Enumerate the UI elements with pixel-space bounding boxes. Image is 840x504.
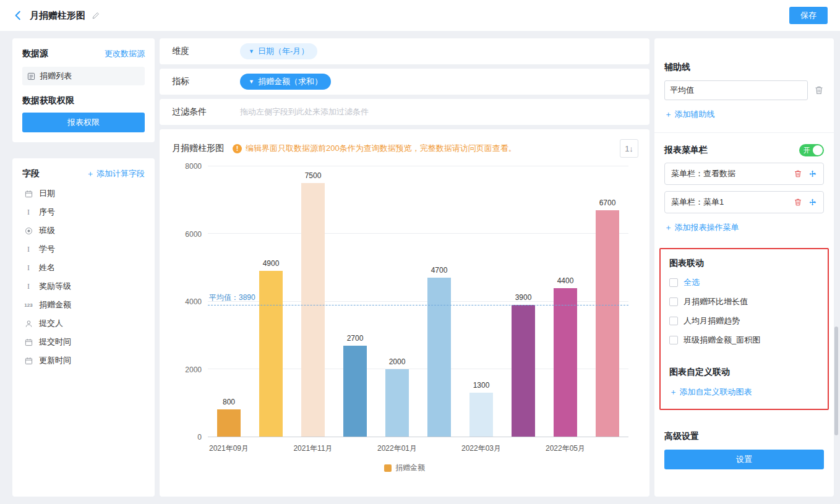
gridline <box>208 233 628 234</box>
datasource-panel: 数据源 更改数据源 捐赠列表 数据获取权限 报表权限 <box>12 38 155 142</box>
person-icon <box>24 320 33 328</box>
checkbox-label: 人均月捐赠趋势 <box>684 315 740 327</box>
checkbox[interactable] <box>669 297 678 306</box>
calendar-icon <box>24 190 33 198</box>
x-tick-label: 2022年05月 <box>531 443 599 454</box>
report-menu-item-label: 菜单栏：菜单1 <box>671 197 787 208</box>
left-sidebar: 数据源 更改数据源 捐赠列表 数据获取权限 报表权限 字段 ＋ 添加计算字段 日… <box>12 38 155 497</box>
gridline <box>208 166 628 166</box>
chart-title: 月捐赠柱形图 <box>172 143 224 154</box>
toggle-on-label: 开 <box>804 146 810 155</box>
datasource-item[interactable]: 捐赠列表 <box>22 67 145 85</box>
bar-2021年10月[interactable] <box>259 271 283 437</box>
dimension-label: 维度 <box>172 46 240 57</box>
add-report-menu-link[interactable]: ＋ 添加报表操作菜单 <box>664 222 824 233</box>
text-icon: I <box>24 263 33 273</box>
bar-value-label: 4400 <box>546 276 585 285</box>
edit-title-icon[interactable] <box>92 11 100 20</box>
field-label: 更新时间 <box>39 355 71 366</box>
bar-2021年12月[interactable] <box>343 346 367 437</box>
toggle-knob <box>813 145 823 155</box>
header: 月捐赠柱形图 保存 <box>0 0 840 31</box>
datasource-title: 数据源 <box>22 48 48 59</box>
main-area: 维度 ▼ 日期（年-月） 指标 ▼ 捐赠金额（求和） 过滤条件 拖动左侧字段到此… <box>160 38 649 497</box>
metric-row: 指标 ▼ 捐赠金额（求和） <box>160 69 649 95</box>
linkage-option-月捐赠环比增长值[interactable]: 月捐赠环比增长值 <box>669 296 819 307</box>
report-menu-title: 报表菜单栏 <box>664 145 708 156</box>
chart-linkage-list: 全选月捐赠环比增长值人均月捐赠趋势班级捐赠金额_面积图 <box>669 277 819 346</box>
linkage-option-人均月捐赠趋势[interactable]: 人均月捐赠趋势 <box>669 315 819 327</box>
select-icon <box>24 227 33 235</box>
legend-swatch <box>384 464 392 472</box>
calendar-icon <box>24 338 33 346</box>
checkbox[interactable] <box>669 317 678 325</box>
report-menu-item: 菜单栏：菜单1 <box>664 191 824 213</box>
x-tick-label: 2022年03月 <box>447 443 515 454</box>
move-icon[interactable] <box>808 198 817 207</box>
field-item-日期[interactable]: 日期 <box>22 184 145 203</box>
x-axis: 2021年09月2021年11月2022年01月2022年03月2022年05月 <box>208 443 628 453</box>
change-datasource-link[interactable]: 更改数据源 <box>105 48 145 59</box>
move-icon[interactable] <box>808 169 817 178</box>
average-reference-line <box>208 305 628 305</box>
field-item-提交时间[interactable]: 提交时间 <box>22 333 145 351</box>
bar-value-label: 6700 <box>588 199 627 207</box>
field-item-姓名[interactable]: I姓名 <box>22 258 145 277</box>
field-item-序号[interactable]: I序号 <box>22 203 145 221</box>
report-permission-button[interactable]: 报表权限 <box>22 113 145 132</box>
checkbox[interactable] <box>669 336 678 344</box>
add-custom-linkage-link[interactable]: ＋ 添加自定义联动图表 <box>669 387 819 398</box>
advanced-settings-title: 高级设置 <box>664 431 824 442</box>
back-button[interactable] <box>12 10 24 21</box>
report-menu-toggle[interactable]: 开 <box>799 144 824 156</box>
divider <box>654 132 834 133</box>
field-item-奖励等级[interactable]: I奖励等级 <box>22 277 145 296</box>
scrollbar-thumb[interactable] <box>834 327 838 435</box>
field-item-班级[interactable]: 班级 <box>22 221 145 240</box>
bar-2021年09月[interactable] <box>217 409 241 437</box>
bar-2022年02月[interactable] <box>427 278 451 437</box>
sort-button[interactable]: 1↓ <box>620 139 638 158</box>
report-menu-list: 菜单栏：查看数据菜单栏：菜单1 <box>664 163 824 213</box>
field-item-捐赠金额[interactable]: 123捐赠金额 <box>22 296 145 314</box>
checkbox-label: 班级捐赠金额_面积图 <box>684 335 760 346</box>
text-icon: I <box>24 282 33 291</box>
metric-field-pill[interactable]: ▼ 捐赠金额（求和） <box>240 74 331 90</box>
settings-button[interactable]: 设置 <box>664 450 824 469</box>
dimension-field-pill[interactable]: ▼ 日期（年-月） <box>240 43 317 59</box>
bar-2022年04月[interactable] <box>512 305 535 437</box>
linkage-option-班级捐赠金额_面积图[interactable]: 班级捐赠金额_面积图 <box>669 335 819 346</box>
bar-2022年01月[interactable] <box>385 369 409 437</box>
bar-2021年11月[interactable] <box>301 183 325 437</box>
field-label: 序号 <box>39 207 55 218</box>
add-calc-field-link[interactable]: ＋ 添加计算字段 <box>86 168 145 179</box>
field-item-提交人[interactable]: 提交人 <box>22 314 145 333</box>
trash-icon[interactable] <box>794 169 802 178</box>
checkbox[interactable] <box>669 278 678 287</box>
delete-aux-line-icon[interactable] <box>814 85 824 95</box>
bar-2022年06月[interactable] <box>596 210 619 437</box>
trash-icon[interactable] <box>794 198 802 207</box>
add-aux-line-link[interactable]: ＋ 添加辅助线 <box>664 109 824 120</box>
save-button[interactable]: 保存 <box>789 7 828 24</box>
dimension-field-label: 日期（年-月） <box>258 46 309 57</box>
field-item-更新时间[interactable]: 更新时间 <box>22 351 145 370</box>
field-label: 提交人 <box>39 318 63 329</box>
bar-2022年03月[interactable] <box>469 393 493 437</box>
aux-line-input[interactable] <box>664 80 808 100</box>
field-label: 学号 <box>39 244 55 255</box>
filter-row[interactable]: 过滤条件 拖动左侧字段到此处来添加过滤条件 <box>160 99 649 125</box>
select-all-checkbox[interactable]: 全选 <box>669 277 819 288</box>
text-icon: I <box>24 208 33 217</box>
bar-2022年05月[interactable] <box>554 288 577 437</box>
dimension-row: 维度 ▼ 日期（年-月） <box>160 38 649 64</box>
chart-plot-area: 800490075002700200047001300390044006700平… <box>208 166 628 437</box>
preview-notice: ! 编辑界面只取数据源前200条作为查询数据预览，完整数据请访问页面查看。 <box>233 143 516 154</box>
metric-field-label: 捐赠金额（求和） <box>258 76 322 87</box>
custom-linkage-title: 图表自定义联动 <box>669 367 819 378</box>
field-item-学号[interactable]: I学号 <box>22 240 145 258</box>
legend-item[interactable]: 捐赠金额 <box>384 463 425 473</box>
chart-panel: 月捐赠柱形图 ! 编辑界面只取数据源前200条作为查询数据预览，完整数据请访问页… <box>160 129 649 497</box>
right-sidebar: 辅助线 ＋ 添加辅助线 报表菜单栏 开 菜单栏：查看数据菜单栏：菜单1 ＋ 添加… <box>654 38 834 497</box>
y-axis: 02000400060008000 <box>171 166 202 437</box>
